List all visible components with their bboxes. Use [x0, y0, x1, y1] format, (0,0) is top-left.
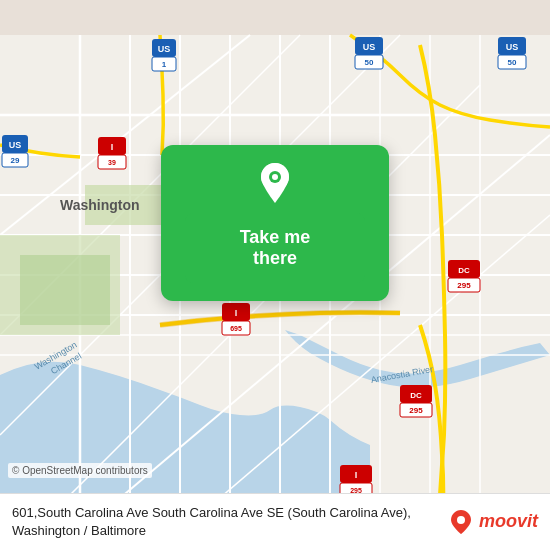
svg-point-70 — [457, 516, 465, 524]
location-pin-icon — [257, 161, 293, 205]
svg-text:50: 50 — [508, 58, 517, 67]
info-bar: 601,South Carolina Ave South Carolina Av… — [0, 493, 550, 550]
osm-attribution: © OpenStreetMap contributors — [8, 463, 152, 478]
svg-text:US: US — [9, 140, 22, 150]
svg-text:I: I — [355, 470, 358, 480]
moovit-logo-icon — [447, 508, 475, 536]
svg-text:1: 1 — [162, 60, 167, 69]
take-me-there-button[interactable]: Take me there — [185, 213, 365, 283]
svg-text:50: 50 — [365, 58, 374, 67]
svg-rect-25 — [20, 255, 110, 325]
svg-text:695: 695 — [230, 325, 242, 332]
svg-text:39: 39 — [108, 159, 116, 166]
svg-text:Washington: Washington — [60, 197, 140, 213]
svg-point-69 — [272, 174, 278, 180]
svg-text:295: 295 — [409, 406, 423, 415]
svg-text:295: 295 — [457, 281, 471, 290]
moovit-logo-text: moovit — [479, 511, 538, 532]
map-container: US 1 US 29 US 50 US 50 I 695 DC 295 DC 2… — [0, 0, 550, 550]
green-card: Take me there — [161, 145, 389, 301]
svg-text:US: US — [158, 44, 171, 54]
svg-text:US: US — [506, 42, 519, 52]
svg-text:I: I — [111, 142, 114, 152]
svg-text:29: 29 — [11, 156, 20, 165]
svg-text:I: I — [235, 308, 238, 318]
svg-text:DC: DC — [410, 391, 422, 400]
address-text: 601,South Carolina Ave South Carolina Av… — [12, 504, 437, 540]
cta-overlay: Take me there — [161, 145, 389, 301]
moovit-logo: moovit — [447, 508, 538, 536]
svg-text:US: US — [363, 42, 376, 52]
osm-attribution-text: © OpenStreetMap contributors — [12, 465, 148, 476]
svg-text:DC: DC — [458, 266, 470, 275]
